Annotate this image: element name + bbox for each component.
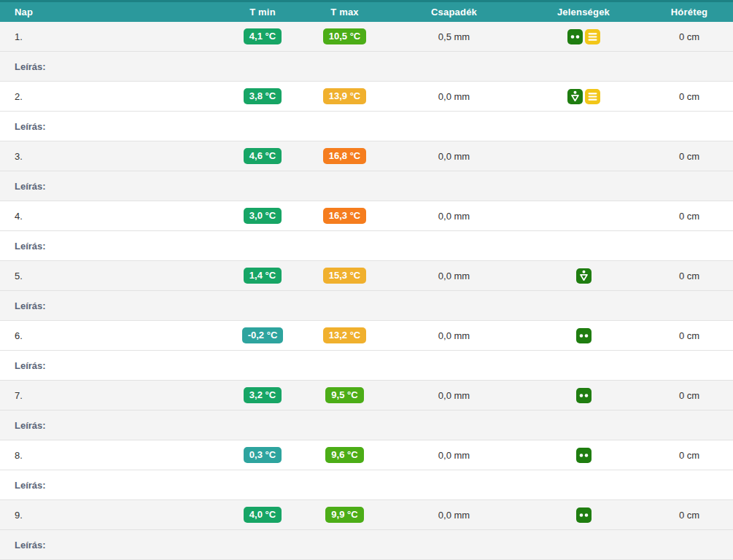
day-number: 6. [0,330,222,341]
tmax-badge: 13,2 °C [323,327,367,344]
day-row: 5. 1,4 °C 15,3 °C 0,0 mm 0 cm [0,261,733,291]
day-row: 8. 0,3 °C 9,6 °C 0,0 mm 0 cm [0,440,733,470]
tmax-badge: 9,6 °C [325,447,363,464]
day-number: 1. [0,31,222,42]
snow-cell: 0 cm [645,31,733,42]
leiras-row: Leírás: [0,291,733,321]
column-header-jelensegek: Jelenségek [521,7,645,18]
phenomena-cell [521,448,645,463]
precip-cell: 0,0 mm [387,211,521,222]
column-header-tmin: T min [222,7,303,18]
day-row: 3. 4,6 °C 16,8 °C 0,0 mm 0 cm [0,141,733,171]
drizzle-dots-icon [576,328,592,343]
tmax-badge: 10,5 °C [323,28,367,45]
precip-cell: 0,5 mm [387,31,521,42]
snow-cell: 0 cm [645,271,733,281]
column-header-tmax: T max [303,7,387,18]
tmax-cell: 13,2 °C [303,327,387,344]
precip-cell: 0,0 mm [387,330,521,341]
leiras-row: Leírás: [0,231,733,261]
day-row: 2. 3,8 °C 13,9 °C 0,0 mm 0 cm [0,82,733,112]
column-header-csapadek: Csapadék [387,7,521,18]
tmax-badge: 13,9 °C [323,88,367,105]
table-body: 1. 4,1 °C 10,5 °C 0,5 mm 0 cm Leírás: 2.… [0,22,733,560]
tmin-badge: 4,6 °C [244,148,282,165]
tmax-badge: 9,5 °C [325,387,363,404]
day-row: 6. -0,2 °C 13,2 °C 0,0 mm 0 cm [0,321,733,351]
drizzle-dots-icon [576,448,592,463]
leiras-label: Leírás: [15,181,46,192]
day-row: 9. 4,0 °C 9,9 °C 0,0 mm 0 cm [0,500,733,530]
leiras-row: Leírás: [0,52,733,82]
tmin-badge: -0,2 °C [242,327,284,344]
snow-cell: 0 cm [645,450,733,461]
drizzle-dots-icon [576,508,592,523]
leiras-row: Leírás: [0,112,733,141]
tmin-badge: 0,3 °C [244,447,282,464]
column-header-horeteg: Hóréteg [645,7,733,18]
column-header-nap: Nap [0,7,222,18]
snow-cell: 0 cm [645,390,733,401]
phenomena-cell [521,89,645,104]
leiras-label: Leírás: [15,300,46,311]
leiras-row: Leírás: [0,171,733,201]
tmin-badge: 3,8 °C [244,88,282,105]
drizzle-dots-icon [567,29,583,44]
snow-cell: 0 cm [645,91,733,102]
fog-lines-icon [585,29,600,44]
precip-cell: 0,0 mm [387,510,521,521]
tmin-cell: 4,1 °C [222,28,303,45]
phenomena-cell [521,268,645,284]
tmax-cell: 10,5 °C [303,28,387,45]
precip-cell: 0,0 mm [387,91,521,102]
leiras-label: Leírás: [15,360,46,371]
leiras-label: Leírás: [15,420,46,431]
phenomena-cell [521,508,645,523]
leiras-label: Leírás: [15,121,46,132]
leiras-label: Leírás: [15,241,46,252]
tmax-badge: 9,9 °C [325,507,363,524]
leiras-row: Leírás: [0,530,733,560]
leiras-label: Leírás: [15,61,46,72]
tmin-badge: 4,1 °C [244,28,282,45]
day-number: 3. [0,151,222,162]
leiras-row: Leírás: [0,470,733,500]
tmax-cell: 16,3 °C [303,208,387,225]
tmin-cell: -0,2 °C [222,327,303,344]
table-header: Nap T min T max Csapadék Jelenségek Hóré… [0,0,733,22]
day-number: 2. [0,91,222,102]
day-number: 9. [0,510,222,521]
snow-cell: 0 cm [645,151,733,162]
tmin-cell: 0,3 °C [222,447,303,464]
tmin-cell: 4,6 °C [222,148,303,165]
drizzle-dots-icon [576,388,592,403]
phenomena-cell [521,388,645,403]
tmax-cell: 9,6 °C [303,447,387,464]
day-row: 1. 4,1 °C 10,5 °C 0,5 mm 0 cm [0,22,733,52]
dew-drop-triangle-icon [576,268,592,284]
dew-drop-triangle-icon [567,89,583,104]
leiras-label: Leírás: [15,540,46,551]
fog-lines-icon [585,89,600,104]
tmin-cell: 3,0 °C [222,208,303,225]
tmax-badge: 15,3 °C [323,268,367,284]
tmax-badge: 16,8 °C [323,148,367,165]
leiras-label: Leírás: [15,480,46,491]
day-row: 4. 3,0 °C 16,3 °C 0,0 mm 0 cm [0,201,733,231]
tmax-cell: 9,9 °C [303,507,387,524]
tmin-cell: 4,0 °C [222,507,303,524]
snow-cell: 0 cm [645,330,733,341]
tmin-badge: 1,4 °C [244,268,282,284]
tmax-badge: 16,3 °C [323,208,367,225]
day-number: 5. [0,271,222,281]
tmax-cell: 9,5 °C [303,387,387,404]
precip-cell: 0,0 mm [387,151,521,162]
precip-cell: 0,0 mm [387,390,521,401]
tmin-cell: 3,8 °C [222,88,303,105]
weather-daily-table: Nap T min T max Csapadék Jelenségek Hóré… [0,0,733,560]
precip-cell: 0,0 mm [387,450,521,461]
precip-cell: 0,0 mm [387,271,521,281]
day-number: 4. [0,211,222,222]
phenomena-cell [521,29,645,44]
leiras-row: Leírás: [0,411,733,440]
